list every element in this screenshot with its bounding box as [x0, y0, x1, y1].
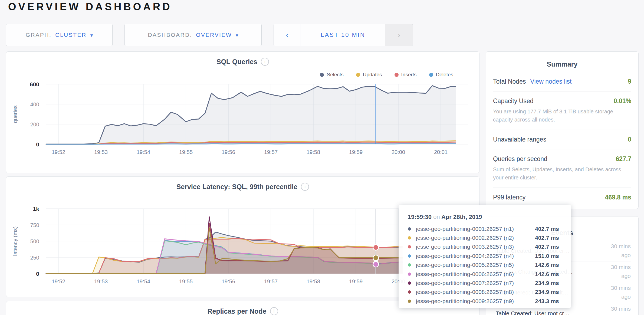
capacity-used-label: Capacity Used	[493, 97, 534, 105]
graph-dropdown-value: CLUSTER	[55, 32, 87, 38]
tooltip-node-value: 402.7 ms	[535, 226, 559, 232]
dashboard-dropdown-label: DASHBOARD:	[148, 32, 192, 38]
replicas-header: Replicas per Node i	[6, 307, 479, 315]
event-time: 30 mins ago	[604, 304, 631, 315]
sql-queries-chart[interactable]: 19:5219:5319:5419:5519:5619:5719:5819:59…	[6, 52, 480, 173]
unavailable-ranges-value: 0	[628, 136, 631, 143]
svg-text:19:52: 19:52	[52, 278, 65, 284]
chevron-down-icon: ▾	[236, 32, 238, 38]
graph-dropdown-label: GRAPH:	[26, 32, 52, 38]
p99-latency-value: 469.8 ms	[605, 194, 631, 201]
tooltip-row: jesse-geo-partitioning-0003:26257 (n3)40…	[408, 242, 562, 251]
p99-latency-label: P99 latency	[493, 194, 525, 201]
svg-text:19:59: 19:59	[349, 149, 363, 155]
summary-row-p99: P99 latency 469.8 ms	[493, 188, 631, 207]
svg-text:19:56: 19:56	[222, 149, 235, 155]
tooltip-row: jesse-geo-partitioning-0009:26257 (n9)24…	[408, 297, 562, 306]
tooltip-node-value: 151.0 ms	[535, 253, 559, 259]
series-dot-icon	[408, 300, 411, 303]
qps-label: Queries per second	[493, 155, 547, 163]
summary-row-qps: Queries per second 627.7 Sum of Selects,…	[493, 149, 631, 188]
qps-description: Sum of Selects, Updates, Inserts, and De…	[493, 165, 631, 182]
summary-row-capacity: Capacity Used 0.01% You are using 177.7 …	[493, 91, 631, 130]
time-prev-button[interactable]: ‹	[274, 24, 301, 46]
series-dot-icon	[408, 263, 411, 267]
event-time: 30 mins ago	[604, 263, 631, 280]
svg-text:500: 500	[30, 238, 39, 244]
svg-text:19:55: 19:55	[179, 149, 193, 155]
tooltip-date: Apr 28th, 2019	[441, 214, 482, 220]
tooltip-row: jesse-geo-partitioning-0002:26257 (n2)40…	[408, 233, 562, 242]
time-range-selector: ‹ LAST 10 MIN ›	[274, 24, 413, 46]
capacity-used-description: You are using 177.7 MiB of 3.1 TiB usabl…	[493, 107, 631, 124]
tooltip-row: jesse-geo-partitioning-0008:26257 (n8)23…	[408, 288, 562, 297]
svg-text:0: 0	[36, 141, 39, 147]
svg-text:19:57: 19:57	[264, 278, 278, 284]
tooltip-row: jesse-geo-partitioning-0001:26257 (n1)40…	[408, 224, 562, 233]
tooltip-node-value: 142.6 ms	[535, 271, 559, 277]
page-title: OVERVIEW DASHBOARD	[8, 1, 172, 13]
tooltip-node-name: jesse-geo-partitioning-0003:26257 (n3)	[416, 244, 535, 250]
summary-title: Summary	[493, 60, 631, 68]
event-time: 30 mins ago	[604, 284, 631, 301]
dashboard-dropdown[interactable]: DASHBOARD: OVERVIEW ▾	[124, 24, 262, 46]
svg-text:19:55: 19:55	[179, 278, 193, 284]
time-next-button[interactable]: ›	[385, 24, 413, 46]
tooltip-node-value: 243.3 ms	[535, 298, 559, 304]
svg-text:750: 750	[30, 222, 39, 228]
svg-text:latency (ms): latency (ms)	[12, 227, 18, 256]
svg-text:queries: queries	[12, 105, 18, 123]
tooltip-row: jesse-geo-partitioning-0006:26257 (n6)14…	[408, 270, 562, 278]
tooltip-node-name: jesse-geo-partitioning-0009:26257 (n9)	[416, 298, 535, 304]
svg-text:1k: 1k	[33, 206, 40, 212]
tooltip-row: jesse-geo-partitioning-0005:26257 (n5)14…	[408, 261, 562, 270]
tooltip-node-name: jesse-geo-partitioning-0008:26257 (n8)	[416, 289, 535, 295]
series-dot-icon	[408, 227, 411, 231]
svg-text:20:01: 20:01	[434, 149, 448, 155]
tooltip-node-name: jesse-geo-partitioning-0002:26257 (n2)	[416, 235, 535, 241]
series-dot-icon	[408, 254, 411, 258]
svg-text:250: 250	[30, 255, 39, 261]
svg-text:19:58: 19:58	[307, 278, 320, 284]
svg-text:19:58: 19:58	[307, 149, 320, 155]
info-icon[interactable]: i	[270, 307, 278, 315]
capacity-used-value: 0.01%	[614, 97, 631, 105]
svg-text:600: 600	[30, 81, 39, 87]
series-dot-icon	[408, 290, 411, 294]
total-nodes-label: Total Nodes	[493, 78, 526, 85]
tooltip-preposition: on	[433, 214, 440, 220]
overview-dashboard-page: OVERVIEW DASHBOARD GRAPH: CLUSTER ▾ DASH…	[0, 0, 644, 315]
svg-text:200: 200	[30, 122, 39, 127]
svg-text:19:54: 19:54	[137, 278, 150, 284]
tooltip-time: 19:59:30	[408, 214, 432, 220]
tooltip-node-name: jesse-geo-partitioning-0007:26257 (n7)	[416, 280, 535, 286]
event-time: 30 mins ago	[604, 242, 631, 260]
chart-hover-tooltip: 19:59:30 on Apr 28th, 2019 jesse-geo-par…	[399, 205, 571, 308]
tooltip-row: jesse-geo-partitioning-0004:26257 (n4)15…	[408, 251, 562, 260]
qps-value: 627.7	[616, 155, 631, 163]
tooltip-node-name: jesse-geo-partitioning-0006:26257 (n6)	[416, 271, 535, 277]
svg-text:19:57: 19:57	[264, 149, 278, 155]
tooltip-timestamp: 19:59:30 on Apr 28th, 2019	[408, 214, 562, 221]
series-dot-icon	[408, 281, 411, 285]
tooltip-node-name: jesse-geo-partitioning-0005:26257 (n5)	[416, 262, 535, 268]
series-dot-icon	[408, 245, 411, 248]
summary-row-total-nodes: Total Nodes View nodes list 9	[493, 72, 631, 91]
svg-text:19:52: 19:52	[52, 149, 65, 155]
svg-text:19:54: 19:54	[137, 149, 150, 155]
view-nodes-list-link[interactable]: View nodes list	[530, 78, 571, 85]
dashboard-controls: GRAPH: CLUSTER ▾ DASHBOARD: OVERVIEW ▾ ‹…	[6, 24, 413, 46]
event-message: Table Created: User root cr…	[496, 310, 570, 315]
tooltip-node-name: jesse-geo-partitioning-0001:26257 (n1)	[416, 226, 535, 232]
summary-row-unavailable-ranges: Unavailable ranges 0	[493, 130, 631, 149]
time-range-label[interactable]: LAST 10 MIN	[301, 24, 385, 46]
unavailable-ranges-label: Unavailable ranges	[493, 136, 546, 143]
tooltip-rows: jesse-geo-partitioning-0001:26257 (n1)40…	[408, 224, 562, 306]
svg-text:19:56: 19:56	[222, 278, 235, 284]
tooltip-row: jesse-geo-partitioning-0007:26257 (n7)23…	[408, 278, 562, 287]
svg-text:0: 0	[36, 271, 39, 277]
graph-dropdown[interactable]: GRAPH: CLUSTER ▾	[6, 24, 113, 46]
tooltip-node-value: 402.7 ms	[535, 235, 559, 241]
tooltip-node-value: 142.6 ms	[535, 262, 559, 268]
svg-text:19:59: 19:59	[349, 278, 363, 284]
